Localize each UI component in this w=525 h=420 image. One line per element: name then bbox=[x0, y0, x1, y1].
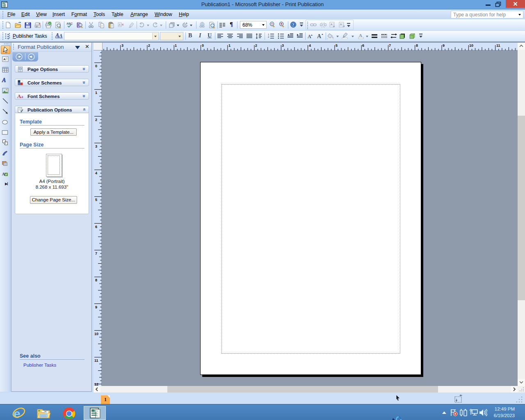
svg-text:2: 2 bbox=[268, 36, 269, 38]
svg-text:3: 3 bbox=[95, 144, 97, 148]
svg-text:1: 1 bbox=[95, 91, 97, 95]
svg-text:6: 6 bbox=[95, 225, 97, 229]
svg-text:7: 7 bbox=[95, 251, 97, 256]
svg-text:6: 6 bbox=[362, 43, 364, 48]
svg-text:9: 9 bbox=[443, 43, 445, 48]
svg-text:A: A bbox=[119, 23, 121, 26]
svg-text:1: 1 bbox=[228, 43, 231, 48]
svg-text:9: 9 bbox=[95, 305, 97, 309]
svg-text:0: 0 bbox=[202, 43, 204, 48]
svg-text:A: A bbox=[359, 33, 362, 38]
svg-text:0: 0 bbox=[95, 64, 97, 68]
svg-text:10: 10 bbox=[94, 332, 98, 336]
svg-text:A: A bbox=[308, 34, 311, 39]
svg-text:ABC: ABC bbox=[66, 22, 73, 25]
svg-text:?: ? bbox=[292, 23, 294, 27]
svg-text:11: 11 bbox=[94, 358, 98, 363]
svg-text:7: 7 bbox=[389, 43, 391, 48]
svg-text:A: A bbox=[340, 23, 342, 26]
svg-text:A: A bbox=[2, 77, 6, 83]
svg-text:4: 4 bbox=[95, 171, 97, 175]
svg-text:A: A bbox=[331, 23, 333, 26]
svg-text:2: 2 bbox=[95, 118, 97, 122]
svg-text:4: 4 bbox=[309, 43, 311, 48]
svg-text:2: 2 bbox=[255, 43, 257, 48]
svg-text:1: 1 bbox=[175, 43, 177, 48]
svg-text:5: 5 bbox=[336, 43, 338, 48]
svg-text:A: A bbox=[3, 57, 6, 61]
svg-text:8: 8 bbox=[416, 43, 418, 48]
svg-text:8: 8 bbox=[95, 278, 97, 282]
svg-text:5: 5 bbox=[95, 198, 97, 202]
svg-text:2: 2 bbox=[148, 43, 150, 48]
svg-text:3: 3 bbox=[282, 43, 284, 48]
svg-text:10: 10 bbox=[469, 43, 473, 48]
svg-text:12: 12 bbox=[94, 382, 98, 386]
svg-text:11: 11 bbox=[496, 43, 500, 48]
svg-text:A: A bbox=[317, 33, 322, 39]
svg-text:3: 3 bbox=[121, 43, 123, 48]
